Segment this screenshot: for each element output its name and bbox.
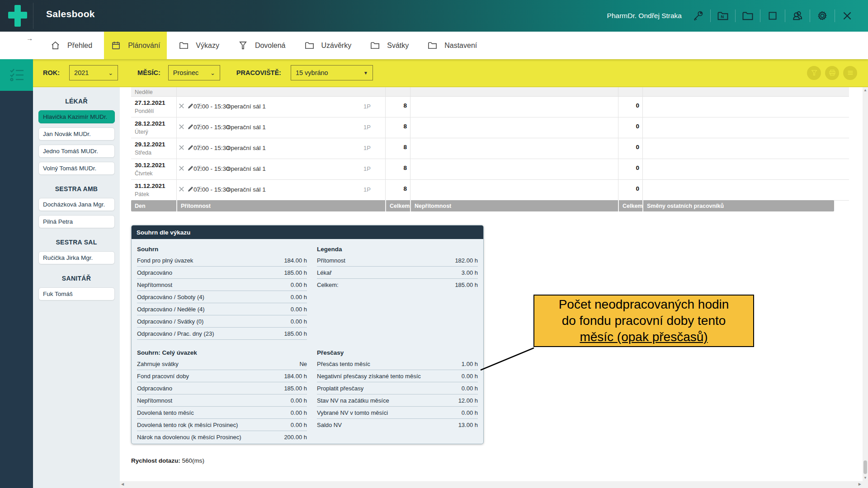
absence-total: 0 — [618, 123, 639, 130]
summary-value: 0.00 h — [291, 282, 307, 288]
employee-item[interactable]: Fuk Tomáš — [38, 287, 115, 300]
row-day: Čtvrtek — [135, 170, 153, 177]
annotation-line: měsíc (opak přesčasů) — [534, 329, 753, 345]
section-legenda: Legenda Přítomnost182.00 h Lékař3.00 h C… — [317, 244, 478, 340]
rok-select[interactable]: 2021 ⌄ — [69, 65, 118, 80]
row-date: 30.12.2021 — [135, 162, 165, 169]
group-sestra-amb: SESTRA AMB Docházková Jana Mgr. Pilná Pe… — [33, 185, 120, 228]
summary-value: 184.00 h — [284, 257, 307, 264]
home-icon — [50, 40, 61, 51]
row-day: Středa — [135, 150, 151, 156]
checklist-panel-button[interactable] — [0, 59, 33, 91]
pracoviste-select[interactable]: 15 vybráno ▼ — [291, 65, 373, 80]
summary-panel-title: Souhrn dle výkazu — [132, 225, 483, 239]
funnel-icon — [238, 40, 248, 51]
scrollbar-corner — [863, 481, 868, 488]
edit-shift-icon[interactable] — [188, 124, 193, 130]
topbar-divider — [785, 9, 785, 22]
group-title: SANITÁŘ — [33, 275, 120, 282]
mesic-select[interactable]: Prosinec ⌄ — [168, 65, 220, 80]
table-row: 31.12.2021 Pátek 07:00 - 15:30 Operační … — [131, 180, 849, 201]
section-souhrn-cely: Souhrn: Celý úvazek Zahrnuje svátkyNe Fo… — [137, 347, 307, 443]
svg-text:N: N — [721, 14, 724, 19]
edit-shift-icon[interactable] — [188, 165, 193, 171]
employee-item[interactable]: Ručička Jirka Mgr. — [38, 251, 115, 264]
annotation-callout: Počet neodpracovaných hodin do fondu pra… — [533, 295, 754, 347]
menu-button[interactable] — [843, 66, 857, 80]
tab-uzaverky[interactable]: Uzávěrky — [297, 32, 359, 59]
close-icon[interactable] — [839, 8, 855, 24]
shift-place: Operační sál 1 — [226, 186, 266, 193]
summary-value: 0.00 h — [291, 397, 307, 404]
presence-total: 8 — [385, 102, 407, 109]
group-title: SESTRA SAL — [33, 239, 120, 246]
chevron-down-icon: ⌄ — [108, 70, 113, 76]
vertical-scrollbar[interactable]: ▲ ▼ — [863, 87, 868, 481]
shift-tag: 1P — [348, 145, 371, 151]
row-date: 31.12.2021 — [135, 183, 165, 189]
edit-shift-icon[interactable] — [188, 145, 193, 150]
schedule-table: 26.12.2021 Neděle 27.12.2021 Pondělí 07:… — [131, 87, 849, 201]
summary-label: Odpracováno / Svátky (0) — [137, 318, 203, 325]
tab-dovolena[interactable]: Dovolená — [231, 32, 292, 59]
employee-item[interactable]: Docházková Jana Mgr. — [38, 198, 115, 211]
scroll-down-icon[interactable]: ▼ — [863, 476, 868, 480]
presence-total: 8 — [385, 123, 407, 130]
employee-item[interactable]: Jedno Tomáš MUDr. — [38, 145, 115, 158]
employee-item[interactable]: Pilná Petra — [38, 215, 115, 228]
edit-shift-icon[interactable] — [188, 186, 193, 192]
pracoviste-label: PRACOVIŠTĚ: — [236, 69, 281, 76]
delete-shift-icon[interactable] — [179, 186, 184, 192]
delete-shift-icon[interactable] — [179, 165, 184, 171]
summary-label: Vybrané NV v tomto měsíci — [317, 409, 388, 416]
group-lekar: LÉKAŘ Hlavička Kazimír MUDr. Jan Novák M… — [33, 98, 120, 175]
delete-shift-icon[interactable] — [179, 124, 184, 130]
group-title: LÉKAŘ — [33, 98, 120, 105]
edit-shift-icon[interactable] — [188, 103, 193, 109]
shift-tag: 1P — [348, 124, 371, 131]
print-button[interactable] — [825, 66, 839, 80]
summary-value: 0.00 h — [291, 422, 307, 428]
summary-value: 200.00 h — [284, 434, 307, 441]
scroll-up-icon[interactable]: ▲ — [863, 88, 868, 92]
delete-shift-icon[interactable] — [179, 103, 184, 109]
row-day: Pondělí — [135, 108, 154, 114]
employee-item[interactable]: Volný Tomáš MUDr. — [38, 162, 115, 175]
annotation-line: Počet neodpracovaných hodin — [534, 296, 753, 313]
tab-vykazy[interactable]: Výkazy — [172, 32, 226, 59]
topbar-divider — [710, 9, 711, 22]
tab-nastaveni[interactable]: Nastavení — [420, 32, 484, 59]
summary-value: 185.00 h — [284, 385, 307, 392]
employee-item[interactable]: Jan Novák MUDr. — [38, 127, 115, 141]
key-icon[interactable] — [690, 8, 706, 24]
summary-value: 0.00 h — [291, 294, 307, 300]
col-celkem-2: Celkem — [618, 200, 642, 211]
summary-label: Odpracováno / Neděle (4) — [137, 306, 205, 313]
topbar-divider — [33, 3, 33, 29]
app-title: Salesbook — [46, 9, 95, 19]
folder-n-icon[interactable]: N — [715, 8, 731, 24]
scroll-left-icon[interactable]: ◀ — [121, 482, 124, 486]
col-nepritomnost: Nepřítomnost — [410, 200, 618, 211]
tab-prehled[interactable]: Přehled — [43, 32, 99, 59]
vertical-scrollbar-thumb[interactable] — [863, 460, 867, 474]
collapse-arrow-icon[interactable]: → — [26, 34, 33, 42]
filter-funnel-button[interactable] — [807, 66, 821, 80]
employee-item[interactable]: Hlavička Kazimír MUDr. — [38, 110, 115, 123]
row-day: Pátek — [135, 191, 149, 197]
gear-icon[interactable] — [814, 8, 830, 24]
scroll-right-icon[interactable]: ▶ — [859, 482, 861, 486]
tab-svatky[interactable]: Svátky — [363, 32, 415, 59]
delete-shift-icon[interactable] — [179, 145, 184, 150]
folder-icon[interactable] — [740, 8, 756, 24]
tab-planovani[interactable]: Plánování — [104, 32, 167, 59]
app-logo-cross-icon — [7, 4, 28, 28]
absence-total: 0 — [618, 164, 639, 171]
users-icon[interactable] — [789, 8, 806, 24]
maximize-icon[interactable] — [764, 8, 781, 24]
summary-value: 13.00 h — [458, 422, 478, 428]
group-sestra-sal: SESTRA SAL Ručička Jirka Mgr. — [33, 239, 120, 264]
horizontal-scrollbar[interactable]: ◀ ▶ — [120, 481, 863, 488]
summary-label: Zahrnuje svátky — [137, 361, 179, 367]
shift-time: 07:00 - 15:30 — [193, 186, 230, 193]
